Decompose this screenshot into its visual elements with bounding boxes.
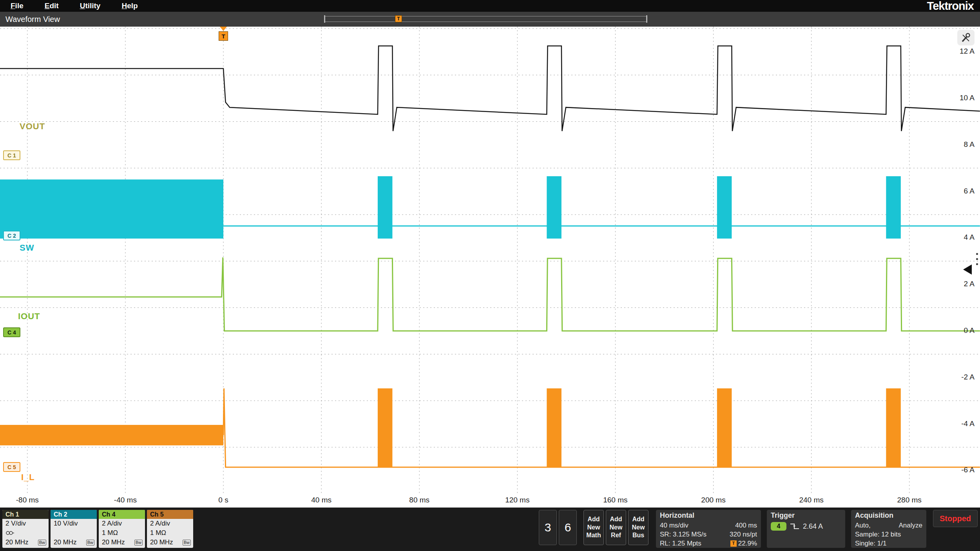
settings-bar: Ch 1 2 V/div 20 MHz Bw Ch 2 10 V/div 20 …: [0, 508, 980, 551]
minimap-trigger-icon[interactable]: T: [395, 15, 402, 22]
trace-label-sw: SW: [20, 243, 34, 253]
channel-marker-c4[interactable]: C 4: [3, 327, 20, 337]
channel-bandwidth-row: 20 MHz Bw: [2, 538, 49, 547]
amp-axis-label: 4 A: [964, 233, 975, 242]
record-view-minimap[interactable]: T: [324, 16, 647, 22]
amp-axis-label: 12 A: [960, 47, 975, 56]
channel-marker-c1[interactable]: C 1: [3, 150, 20, 160]
add-new-bus-button[interactable]: Add New Bus: [628, 510, 649, 545]
trigger-position-marker-icon[interactable]: [220, 27, 227, 31]
add-new-math-button[interactable]: Add New Math: [583, 510, 604, 545]
acquisition-mode: Auto,: [855, 521, 871, 530]
channel-header[interactable]: Ch 4: [99, 510, 145, 519]
tools-icon[interactable]: [957, 30, 975, 45]
amp-axis-label: -6 A: [961, 466, 975, 474]
channel-impedance: 1 MΩ: [99, 528, 145, 538]
add-ref-line1: Add: [610, 515, 622, 524]
channel-badge-ch2[interactable]: Ch 2 10 V/div 20 MHz Bw: [51, 510, 97, 548]
trigger-title: Trigger: [771, 511, 841, 520]
acquisition-analyze: Analyze: [899, 521, 922, 530]
sw-burst: [547, 176, 562, 238]
horizontal-span: 400 ms: [735, 521, 757, 530]
acquisition-single: Single: 1/1: [855, 539, 886, 548]
sample-interval: 320 ns/pt: [730, 530, 757, 539]
add-channel-3-button[interactable]: 3: [539, 510, 557, 545]
menu-bar: File Edit Utility Help Tektronix: [0, 0, 980, 12]
il-pretrigger-band: [0, 425, 223, 445]
il-burst: [886, 388, 901, 467]
amp-axis-label: 10 A: [960, 94, 975, 102]
add-math-line1: Add: [587, 515, 600, 524]
amp-axis-label: 8 A: [964, 140, 975, 149]
sw-burst: [886, 176, 901, 238]
bandwidth-value: 20 MHz: [102, 538, 125, 546]
horizontal-panel[interactable]: Horizontal 40 ms/div 400 ms SR: 3.125 MS…: [656, 510, 761, 548]
menu-file[interactable]: File: [0, 2, 34, 10]
menu-utility[interactable]: Utility: [69, 2, 111, 10]
time-axis-label: 120 ms: [500, 496, 535, 504]
channel-bandwidth-row: 20 MHz Bw: [51, 538, 97, 547]
trigger-panel[interactable]: Trigger 4 2.64 A: [767, 510, 845, 548]
trigger-level-arrow[interactable]: [963, 264, 972, 275]
add-bus-line1: Add: [632, 515, 644, 524]
bandwidth-value: 20 MHz: [5, 538, 29, 546]
channel-header[interactable]: Ch 1: [2, 510, 49, 519]
channel-marker-c2[interactable]: C 2: [3, 231, 20, 240]
bandwidth-limit-icon: Bw: [134, 540, 143, 546]
channel-marker-c5[interactable]: C 5: [3, 462, 20, 472]
bandwidth-limit-icon: Bw: [38, 540, 46, 546]
vout-trace: [0, 46, 980, 131]
drag-handle-icon[interactable]: [976, 253, 978, 265]
add-math-line3: Math: [586, 531, 601, 540]
time-axis-label: -80 ms: [10, 496, 45, 504]
channel-badge-ch5[interactable]: Ch 5 2 A/div 1 MΩ 20 MHz Bw: [147, 510, 193, 548]
bandwidth-limit-icon: Bw: [183, 540, 191, 546]
menu-edit[interactable]: Edit: [34, 2, 69, 10]
run-stop-status[interactable]: Stopped: [933, 510, 978, 527]
time-axis-label: 80 ms: [402, 496, 437, 504]
add-ref-line3: Ref: [611, 531, 621, 540]
add-math-line2: New: [587, 524, 600, 532]
channel-impedance: 1 MΩ: [147, 528, 193, 538]
view-tab-bar: Waveform View T: [0, 12, 980, 27]
iout-trace: [0, 257, 980, 331]
amp-axis-label: 0 A: [964, 326, 975, 335]
channel-scale: 2 V/div: [2, 519, 49, 528]
trigger-source-badge[interactable]: 4: [771, 522, 786, 531]
channel-scale: 10 V/div: [51, 519, 97, 528]
il-burst: [378, 388, 393, 467]
bandwidth-value: 20 MHz: [150, 538, 173, 546]
channel-bandwidth-row: 20 MHz Bw: [99, 538, 145, 547]
time-axis: -80 ms-40 ms0 s40 ms80 ms120 ms160 ms200…: [0, 493, 980, 508]
add-channel-6-button[interactable]: 6: [559, 510, 577, 545]
il-trace: [223, 388, 980, 467]
waveform-canvas: [0, 27, 980, 493]
menu-help[interactable]: Help: [111, 2, 148, 10]
time-axis-label: 240 ms: [794, 496, 829, 504]
trigger-position-flag[interactable]: T: [219, 31, 228, 41]
amp-axis-label: -4 A: [961, 419, 975, 428]
trace-label-iout: IOUT: [18, 311, 40, 322]
waveform-display: T VOUT SW IOUT I_L C 1 C 2 C 4 C 5 12 A1…: [0, 27, 980, 493]
il-burst: [547, 388, 562, 467]
horizontal-title: Horizontal: [660, 511, 757, 520]
add-bus-line3: Bus: [632, 531, 644, 540]
channel-header[interactable]: Ch 5: [147, 510, 193, 519]
add-new-ref-button[interactable]: Add New Ref: [606, 510, 626, 545]
trigger-position-icon: T: [730, 540, 737, 547]
channel-badge-ch4[interactable]: Ch 4 2 A/div 1 MΩ 20 MHz Bw: [99, 510, 145, 548]
channel-impedance: [51, 528, 97, 538]
channel-bandwidth-row: 20 MHz Bw: [147, 538, 193, 547]
add-bus-line2: New: [632, 524, 645, 532]
channel-header[interactable]: Ch 2: [51, 510, 97, 519]
acquisition-panel[interactable]: Acquisition Auto, Analyze Sample: 12 bit…: [851, 510, 926, 548]
channel-scale: 2 A/div: [147, 519, 193, 528]
sw-burst: [378, 176, 393, 238]
amp-axis-label: 2 A: [964, 280, 975, 288]
channel-badge-ch1[interactable]: Ch 1 2 V/div 20 MHz Bw: [2, 510, 49, 548]
trigger-position-percent: 22.9%: [738, 539, 757, 548]
time-axis-label: -40 ms: [108, 496, 143, 504]
trigger-level-value: 2.64 A: [803, 522, 823, 531]
time-axis-label: 200 ms: [696, 496, 731, 504]
add-ref-line2: New: [610, 524, 623, 532]
